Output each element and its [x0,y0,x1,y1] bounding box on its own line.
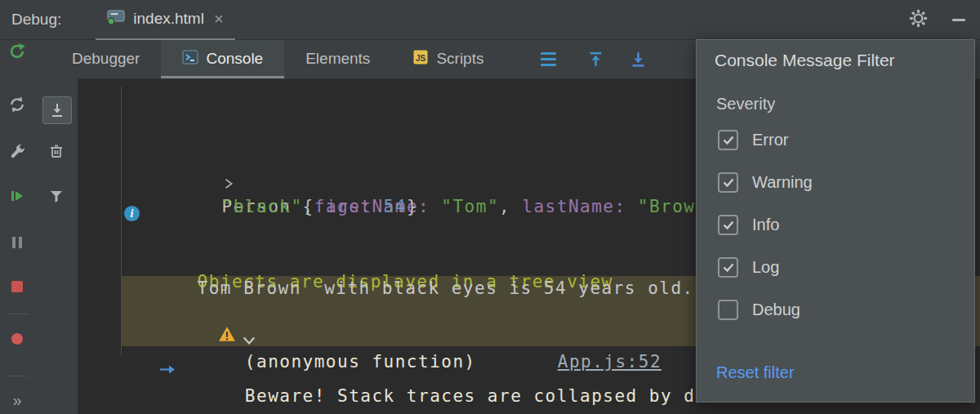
tab-console[interactable]: Console [161,39,284,78]
severity-section-label: Severity [716,94,974,114]
filter-option-log[interactable]: Log [697,246,974,288]
chevrons-right-icon: » [12,391,21,410]
log-checkbox[interactable] [718,257,738,278]
view-options-button[interactable] [536,47,560,71]
filter-option-info[interactable]: Info [697,203,974,246]
debug-checkbox[interactable] [718,300,738,320]
stop-button[interactable] [5,274,29,299]
funnel-icon [48,188,65,204]
console-tab-icon [182,49,198,69]
arrow-down-to-line-icon [630,51,647,68]
clear-console-button[interactable] [42,138,70,164]
tab-debugger[interactable]: Debugger [51,39,161,78]
tab-elements-label: Elements [305,50,370,68]
debug-toolbar: » [0,39,35,414]
document-tab-title: index.html [133,10,204,28]
debug-window-header: Debug: index.html × [0,0,980,40]
document-tab-index-html[interactable]: index.html × [96,0,234,40]
scroll-to-top-button[interactable] [583,47,608,71]
console-toolbar [34,78,78,414]
debug-label: Debug: [11,11,61,29]
tab-debugger-label: Debugger [72,50,140,68]
tab-scripts-label: Scripts [436,50,483,68]
tab-elements[interactable]: Elements [284,39,391,78]
scroll-to-end-icon [49,102,65,118]
warning-message: Beware! Stack traces are collapsed by de… [245,386,764,406]
warning-label: Warning [752,173,813,192]
reload-page-button[interactable] [5,92,29,117]
toolbar-divider [7,376,28,376]
gear-icon[interactable] [909,9,928,31]
minimize-icon[interactable] [952,19,965,21]
close-icon[interactable]: × [214,11,224,27]
tab-scripts[interactable]: JS Scripts [391,39,505,78]
log-label: Log [752,258,779,277]
console-message-filter-popup: Console Message Filter Severity Error Wa… [696,39,975,403]
rerun-button[interactable] [5,39,29,64]
error-checkbox[interactable] [718,130,738,150]
trash-icon [48,143,65,159]
debug-label: Debug [752,300,800,319]
info-label: Info [752,216,779,234]
prompt-arrow-icon [90,318,176,414]
toolbar-divider [7,314,28,314]
tab-console-label: Console [206,50,263,68]
svg-text:JS: JS [416,53,426,62]
severity-options: Error Warning Info Log Debug [697,118,974,331]
arrow-up-to-line-icon [587,51,604,68]
wrench-settings-button[interactable] [5,139,29,163]
js-file-icon: JS [412,49,429,69]
filter-option-warning[interactable]: Warning [697,161,974,203]
popup-title: Console Message Filter [715,50,974,71]
info-checkbox[interactable] [718,215,738,235]
more-tools-button[interactable]: » [5,388,29,412]
reset-filter-link[interactable]: Reset filter [716,362,974,383]
pause-button[interactable] [5,230,29,255]
filter-option-debug[interactable]: Debug [697,288,974,331]
scroll-to-end-button[interactable] [42,96,72,124]
resume-button[interactable] [5,184,29,208]
warning-checkbox[interactable] [718,172,738,193]
breakpoint-button[interactable] [5,327,29,351]
hamburger-icon [541,52,556,66]
info-icon: i [124,206,140,221]
error-label: Error [752,131,788,149]
scroll-to-bottom-button[interactable] [626,47,650,71]
filter-option-error[interactable]: Error [697,118,974,161]
filter-messages-button[interactable] [42,183,70,209]
run-config-icon [107,10,125,28]
